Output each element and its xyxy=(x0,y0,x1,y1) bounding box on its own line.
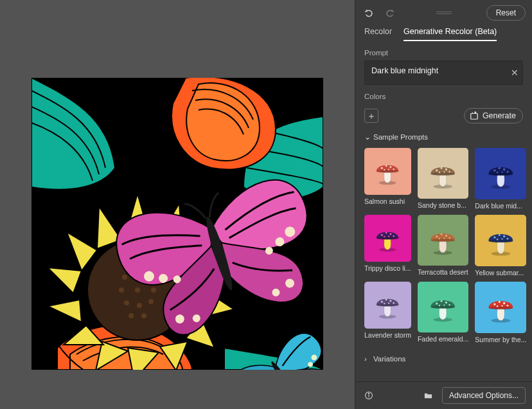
canvas-area xyxy=(0,0,355,409)
sample-thumbnail xyxy=(418,282,468,332)
sample-prompts-grid: Salmon sushi Sandy stone b... Dark blue … xyxy=(355,145,532,346)
panel-tabs: Recolor Generative Recolor (Beta) xyxy=(355,23,532,41)
svg-point-34 xyxy=(386,165,387,167)
redo-button[interactable] xyxy=(382,6,396,20)
sample-prompt-item[interactable]: Lavender storm xyxy=(364,282,411,343)
svg-point-64 xyxy=(431,239,456,242)
svg-point-57 xyxy=(381,234,383,236)
svg-point-36 xyxy=(393,168,395,170)
sample-prompt-item[interactable]: Terracotta desert xyxy=(418,215,468,277)
svg-point-13 xyxy=(141,313,146,318)
svg-point-92 xyxy=(449,304,451,306)
svg-point-41 xyxy=(436,169,438,171)
generate-icon xyxy=(470,111,479,120)
svg-point-78 xyxy=(501,238,502,239)
panel-gripper[interactable] xyxy=(436,12,452,14)
svg-point-81 xyxy=(381,301,383,303)
colors-section-label: Colors xyxy=(355,85,532,104)
svg-point-89 xyxy=(436,303,438,305)
svg-point-77 xyxy=(497,239,499,241)
svg-point-6 xyxy=(119,287,124,293)
tab-generative-recolor[interactable]: Generative Recolor (Beta) xyxy=(403,27,497,41)
svg-point-65 xyxy=(436,236,438,238)
sample-label: Salmon sushi xyxy=(364,197,411,205)
tab-recolor[interactable]: Recolor xyxy=(364,27,392,41)
sample-label: Terracotta desert xyxy=(418,268,468,276)
svg-point-54 xyxy=(501,171,502,172)
add-color-button[interactable]: ＋ xyxy=(364,109,378,123)
svg-point-74 xyxy=(499,233,501,235)
svg-point-35 xyxy=(390,167,392,168)
svg-point-76 xyxy=(507,237,509,239)
svg-point-33 xyxy=(381,167,383,169)
artboard[interactable] xyxy=(31,78,323,370)
sample-label: Yellow submar... xyxy=(475,269,526,277)
svg-point-40 xyxy=(431,172,456,176)
sample-thumbnail xyxy=(364,282,411,329)
variations-label: Variations xyxy=(373,355,405,363)
svg-point-10 xyxy=(137,303,142,308)
prompt-clear-button[interactable]: ✕ xyxy=(511,68,519,77)
sample-label: Sandy stone b... xyxy=(418,201,468,209)
panel-footer: Advanced Options... xyxy=(355,381,532,409)
sample-prompt-item[interactable]: Dark blue mid... xyxy=(475,148,526,210)
sample-prompt-item[interactable]: Trippy disco li... xyxy=(364,215,411,277)
svg-point-80 xyxy=(377,304,399,307)
svg-point-61 xyxy=(384,236,386,237)
variations-disclosure[interactable]: › Variations xyxy=(355,346,532,367)
sample-prompt-item[interactable]: Faded emerald... xyxy=(418,282,468,343)
svg-point-46 xyxy=(444,171,445,172)
reset-button[interactable]: Reset xyxy=(486,5,526,21)
svg-point-91 xyxy=(445,302,447,304)
svg-point-50 xyxy=(499,167,501,168)
svg-point-98 xyxy=(499,300,501,302)
svg-point-49 xyxy=(493,169,495,171)
svg-point-60 xyxy=(393,235,395,237)
sample-thumbnail xyxy=(364,215,411,262)
svg-point-72 xyxy=(488,239,513,242)
sample-prompts-label: Sample Prompts xyxy=(373,133,428,141)
svg-point-93 xyxy=(439,305,441,307)
svg-point-73 xyxy=(493,236,495,238)
artwork-illustration xyxy=(31,78,323,370)
info-icon[interactable] xyxy=(362,388,376,403)
svg-point-102 xyxy=(501,305,502,306)
svg-point-96 xyxy=(488,306,513,309)
svg-point-75 xyxy=(503,235,505,237)
svg-point-70 xyxy=(444,238,445,239)
sample-label: Trippy disco li... xyxy=(364,264,411,272)
svg-point-101 xyxy=(497,305,499,307)
chevron-down-icon: ⌄ xyxy=(364,132,369,141)
undo-button[interactable] xyxy=(362,6,376,20)
svg-rect-30 xyxy=(471,114,478,120)
sample-thumbnail xyxy=(418,148,468,199)
sample-prompt-item[interactable]: Salmon sushi xyxy=(364,148,411,210)
prompt-input[interactable]: Dark blue midnight ✕ xyxy=(364,60,523,85)
sample-thumbnail xyxy=(475,148,526,199)
svg-point-58 xyxy=(386,232,387,234)
sample-prompt-item[interactable]: Sandy stone b... xyxy=(418,148,468,210)
svg-point-38 xyxy=(388,169,389,170)
generate-button[interactable]: Generate xyxy=(464,108,523,123)
svg-point-68 xyxy=(449,237,451,239)
folder-icon[interactable] xyxy=(421,388,436,403)
sample-prompt-item[interactable]: Yellow submar... xyxy=(475,215,526,277)
svg-point-94 xyxy=(444,305,445,306)
svg-point-59 xyxy=(390,233,392,235)
svg-point-56 xyxy=(377,237,399,241)
svg-point-52 xyxy=(507,170,509,172)
sample-prompts-disclosure[interactable]: ⌄ Sample Prompts xyxy=(355,123,532,145)
sample-label: Dark blue mid... xyxy=(475,202,526,210)
sample-thumbnail xyxy=(475,215,526,266)
sample-thumbnail xyxy=(475,282,526,333)
svg-point-11 xyxy=(148,299,154,304)
svg-point-43 xyxy=(445,168,447,170)
svg-point-66 xyxy=(441,233,443,235)
svg-point-3 xyxy=(122,275,127,280)
svg-point-12 xyxy=(129,313,134,318)
advanced-options-button[interactable]: Advanced Options... xyxy=(442,387,526,404)
sample-prompt-item[interactable]: Summer by the... xyxy=(475,282,526,343)
svg-point-85 xyxy=(384,303,386,304)
svg-point-8 xyxy=(151,287,156,293)
svg-point-7 xyxy=(135,287,140,293)
